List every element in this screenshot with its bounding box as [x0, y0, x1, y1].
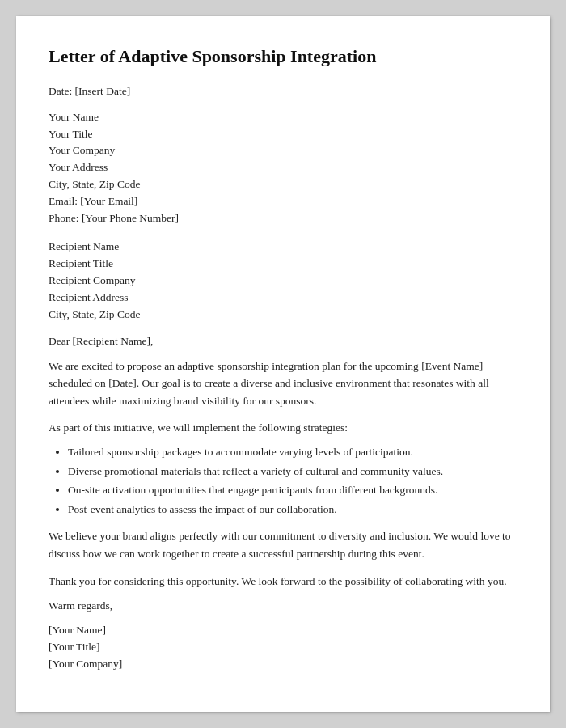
salutation: Dear [Recipient Name],: [49, 335, 517, 348]
recipient-company: Recipient Company: [49, 273, 517, 290]
body-paragraph-2: We believe your brand aligns perfectly w…: [49, 527, 517, 562]
body-paragraph-1: We are excited to propose an adaptive sp…: [49, 358, 517, 410]
sender-city: City, State, Zip Code: [49, 176, 517, 193]
strategies-intro: As part of this initiative, we will impl…: [49, 419, 517, 437]
bullet-list: Tailored sponsorship packages to accommo…: [68, 443, 517, 518]
sender-phone: Phone: [Your Phone Number]: [49, 210, 517, 227]
sender-address: Your Address: [49, 159, 517, 176]
recipient-address: Recipient Address: [49, 290, 517, 307]
bullet-item-1: Tailored sponsorship packages to accommo…: [68, 443, 517, 461]
bullet-item-2: Diverse promotional materials that refle…: [68, 463, 517, 480]
closing: Warm regards,: [49, 599, 517, 612]
signature-company: [Your Company]: [49, 656, 517, 673]
letter-title: Letter of Adaptive Sponsorship Integrati…: [49, 45, 517, 69]
bullet-item-4: Post-event analytics to assess the impac…: [68, 501, 517, 518]
recipient-city: City, State, Zip Code: [49, 307, 517, 324]
recipient-block: Recipient Name Recipient Title Recipient…: [49, 239, 517, 324]
recipient-title: Recipient Title: [49, 256, 517, 273]
body-paragraph-3: Thank you for considering this opportuni…: [49, 573, 517, 590]
date-line: Date: [Insert Date]: [49, 85, 517, 98]
signature-title: [Your Title]: [49, 639, 517, 656]
sender-name: Your Name: [49, 109, 517, 126]
signature-block: [Your Name] [Your Title] [Your Company]: [49, 622, 517, 673]
sender-email: Email: [Your Email]: [49, 193, 517, 210]
sender-block: Your Name Your Title Your Company Your A…: [49, 109, 517, 227]
letter-document: Letter of Adaptive Sponsorship Integrati…: [16, 16, 550, 712]
bullet-item-3: On-site activation opportunities that en…: [68, 481, 517, 499]
sender-title: Your Title: [49, 126, 517, 143]
signature-name: [Your Name]: [49, 622, 517, 639]
sender-company: Your Company: [49, 142, 517, 159]
recipient-name: Recipient Name: [49, 239, 517, 256]
